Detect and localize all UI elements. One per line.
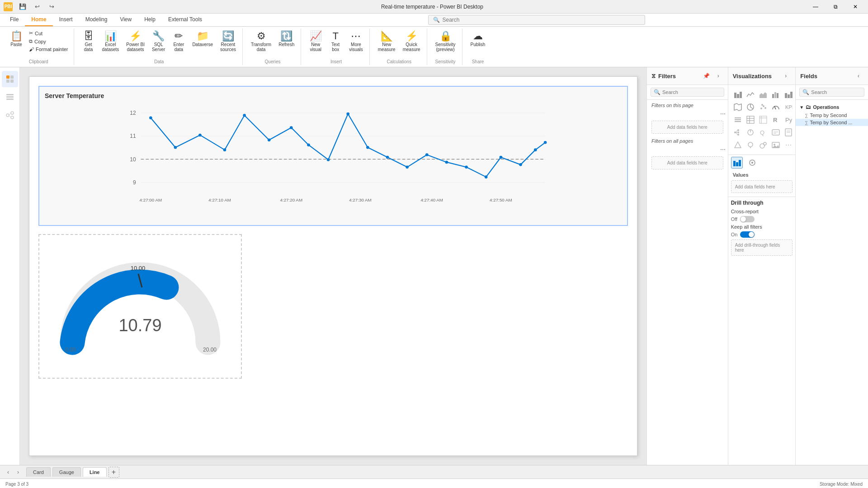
tab-modeling[interactable]: Modeling bbox=[79, 14, 114, 26]
viz-python[interactable]: Py bbox=[783, 114, 794, 126]
viz-key-influencers[interactable] bbox=[745, 127, 756, 138]
page-tab-line[interactable]: Line bbox=[83, 467, 107, 477]
filters-on-all-drop[interactable]: Add data fields here bbox=[651, 156, 723, 169]
nav-arrow-right[interactable]: › bbox=[14, 468, 23, 477]
viz-paginated[interactable] bbox=[783, 127, 794, 138]
nav-data-button[interactable] bbox=[2, 89, 18, 105]
cross-report-toggle[interactable] bbox=[740, 216, 755, 222]
close-button[interactable]: ✕ bbox=[846, 0, 864, 14]
svg-text:0.00: 0.00 bbox=[65, 347, 76, 353]
nav-arrow-left[interactable]: ‹ bbox=[4, 468, 13, 477]
values-drop[interactable]: Add data fields here bbox=[731, 180, 793, 193]
get-data-button[interactable]: 🗄 Getdata bbox=[80, 29, 98, 54]
viz-stacked-bar[interactable] bbox=[732, 89, 744, 100]
sensitivity-button[interactable]: 🔒 Sensitivity(preview) bbox=[433, 29, 458, 54]
page-tab-card[interactable]: Card bbox=[26, 467, 51, 477]
gauge-container[interactable]: 10.00 10.79 0.00 20.00 bbox=[38, 234, 242, 379]
quick-measure-button[interactable]: ⚡ Quickmeasure bbox=[400, 29, 423, 54]
line-chart-container[interactable]: Server Temperature 12 11 10 bbox=[38, 86, 628, 226]
build-icon[interactable] bbox=[731, 157, 743, 169]
viz-line-chart[interactable] bbox=[745, 89, 756, 100]
publish-icon: ☁ bbox=[473, 31, 483, 41]
viz-clustered-bar[interactable] bbox=[770, 89, 782, 100]
filters-search-input[interactable] bbox=[662, 89, 725, 95]
svg-text:12: 12 bbox=[130, 110, 136, 116]
page-tab-gauge[interactable]: Gauge bbox=[52, 467, 81, 477]
page-info: Page 3 of 3 bbox=[5, 482, 28, 487]
enter-data-button[interactable]: ✏ Enterdata bbox=[170, 29, 188, 54]
copy-button[interactable]: ⧉ Copy bbox=[27, 38, 70, 45]
viz-gauge[interactable] bbox=[770, 101, 782, 113]
viz-scatter-chart[interactable] bbox=[757, 101, 769, 113]
filters-on-all-more[interactable]: ⋯ bbox=[718, 145, 728, 155]
viz-r-visual[interactable]: R bbox=[770, 114, 782, 126]
svg-point-28 bbox=[174, 146, 177, 149]
tab-home[interactable]: Home bbox=[25, 14, 52, 26]
ribbon-search-input[interactable] bbox=[443, 17, 640, 23]
filters-on-page-more[interactable]: ⋯ bbox=[718, 109, 728, 119]
filters-on-page-drop[interactable]: Add data fields here bbox=[651, 121, 723, 134]
viz-matrix[interactable] bbox=[757, 114, 769, 126]
minimize-button[interactable]: — bbox=[807, 0, 825, 14]
tab-help[interactable]: Help bbox=[138, 14, 162, 26]
viz-image[interactable] bbox=[770, 139, 782, 151]
viz-table[interactable] bbox=[745, 114, 756, 126]
new-measure-button[interactable]: 📐 Newmeasure bbox=[375, 29, 398, 54]
fields-collapse-button[interactable]: ‹ bbox=[854, 71, 863, 81]
filters-expand-button[interactable]: › bbox=[713, 71, 723, 81]
filters-pin-button[interactable]: 📌 bbox=[702, 71, 712, 81]
text-box-button[interactable]: T Textbox bbox=[326, 29, 344, 54]
fields-item-temp-by-second-selected[interactable]: ∑ Temp by Second ... bbox=[796, 119, 868, 126]
add-page-button[interactable]: + bbox=[108, 467, 119, 478]
restore-button[interactable]: ⧉ bbox=[826, 0, 844, 14]
viz-map[interactable] bbox=[732, 101, 744, 113]
fields-group-header-operations[interactable]: ▼ 🗂 Operations bbox=[796, 103, 868, 112]
tab-external-tools[interactable]: External Tools bbox=[162, 14, 208, 26]
excel-button[interactable]: 📊 Exceldatasets bbox=[99, 29, 122, 54]
viz-column-chart[interactable] bbox=[783, 89, 794, 100]
redo-button[interactable]: ↪ bbox=[45, 0, 58, 13]
recent-sources-button[interactable]: 🔄 Recentsources bbox=[217, 29, 239, 54]
viz-kpi[interactable]: KPI bbox=[783, 101, 794, 113]
viz-decomp-tree[interactable] bbox=[732, 127, 744, 138]
share-items: ☁ Publish bbox=[468, 29, 488, 56]
fields-search-input[interactable] bbox=[811, 89, 868, 95]
viz-shape-map[interactable] bbox=[732, 139, 744, 151]
save-button[interactable]: 💾 bbox=[16, 0, 29, 13]
powerbi-datasets-button[interactable]: ⚡ Power BIdatasets bbox=[123, 29, 147, 54]
nav-report-button[interactable] bbox=[2, 71, 18, 87]
more-visuals-button[interactable]: ⋯ Morevisuals bbox=[346, 29, 366, 54]
nav-model-button[interactable] bbox=[2, 107, 18, 123]
viz-expand-button[interactable]: › bbox=[781, 71, 791, 81]
paste-button[interactable]: 📋 Paste bbox=[7, 29, 25, 49]
viz-slicer[interactable] bbox=[732, 114, 744, 126]
format-painter-button[interactable]: 🖌 Format painter bbox=[27, 46, 70, 53]
viz-qa[interactable]: Q bbox=[757, 127, 769, 138]
publish-button[interactable]: ☁ Publish bbox=[468, 29, 488, 49]
fields-item-temp-by-second[interactable]: ∑ Temp by Second bbox=[796, 112, 868, 119]
refresh-button[interactable]: 🔃 Refresh bbox=[276, 29, 297, 49]
svg-marker-101 bbox=[735, 142, 741, 148]
transform-data-button[interactable]: ⚙ Transformdata bbox=[248, 29, 274, 54]
viz-bubble[interactable] bbox=[757, 139, 769, 151]
drill-through-drop[interactable]: Add drill-through fields here bbox=[731, 239, 793, 256]
tab-insert[interactable]: Insert bbox=[53, 14, 79, 26]
filters-panel-header: ⧖ Filters 📌 › bbox=[647, 67, 728, 85]
viz-azure-map[interactable] bbox=[745, 139, 756, 151]
undo-button[interactable]: ↩ bbox=[31, 0, 43, 13]
sql-server-button[interactable]: 🔧 SQLServer bbox=[149, 29, 168, 54]
dataverse-button[interactable]: 📁 Dataverse bbox=[189, 29, 216, 49]
viz-more[interactable]: ⋯ bbox=[783, 139, 794, 151]
keep-filters-toggle[interactable] bbox=[740, 231, 755, 238]
viz-smart-narrative[interactable] bbox=[770, 127, 782, 138]
viz-pie-chart[interactable] bbox=[745, 101, 756, 113]
tab-view[interactable]: View bbox=[113, 14, 138, 26]
format-icon[interactable] bbox=[746, 157, 758, 169]
viz-area-chart[interactable] bbox=[757, 89, 769, 100]
canvas-page[interactable]: Server Temperature 12 11 10 bbox=[29, 76, 637, 456]
tab-file[interactable]: File bbox=[4, 14, 25, 26]
svg-point-45 bbox=[519, 163, 522, 166]
gauge-svg-container: 10.00 10.79 0.00 20.00 bbox=[39, 235, 241, 378]
new-visual-button[interactable]: 📈 Newvisual bbox=[307, 29, 325, 54]
cut-button[interactable]: ✂ Cut bbox=[27, 29, 70, 37]
